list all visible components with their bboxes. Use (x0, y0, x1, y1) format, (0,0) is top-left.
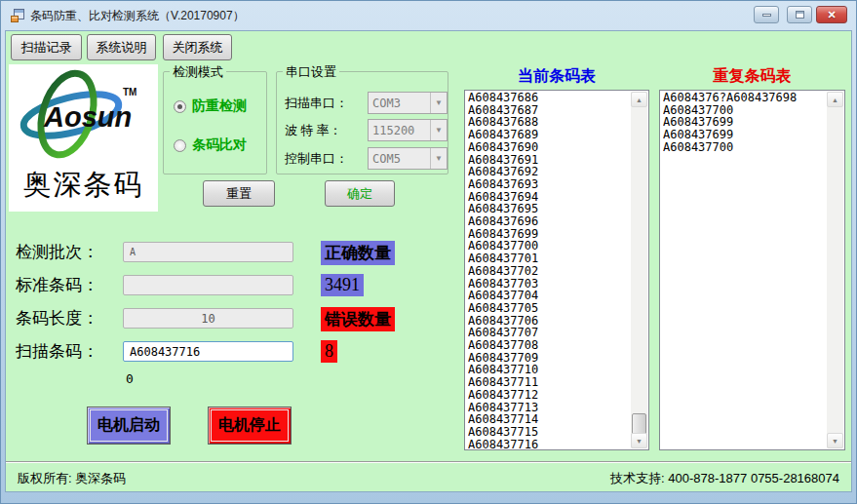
current-barcode-list-title: 当前条码表 (464, 66, 649, 87)
system-help-button[interactable]: 系统说明 (87, 34, 156, 60)
scan-records-button[interactable]: 扫描记录 (11, 34, 82, 60)
scan-barcode-row: 扫描条码： (16, 341, 123, 362)
window-title: 条码防重、比对检测系统（V.20170907） (30, 8, 245, 24)
minimize-icon (762, 14, 771, 17)
error-count-value: 8 (321, 340, 337, 363)
correct-count-value: 3491 (321, 274, 364, 296)
duplicate-barcode-list[interactable]: A6084376?A608437698A608437700A608437699A… (659, 90, 845, 450)
baud-rate-row: 波 特 率： (285, 119, 367, 141)
radio-anti-duplicate[interactable]: 防重检测 (174, 97, 247, 115)
chevron-down-icon[interactable]: ▼ (430, 93, 447, 113)
duplicate-barcode-items: A6084376?A608437698A608437700A608437699A… (663, 92, 826, 448)
serial-settings-group: 串口设置 扫描串口： COM3 ▼ 波 特 率： 115200 ▼ 控制串口： … (276, 71, 448, 174)
reset-button[interactable]: 重置 (203, 180, 275, 207)
barcode-list-item[interactable]: A608437689 (468, 129, 630, 141)
scroll-down-icon[interactable]: ▼ (631, 433, 647, 448)
barcode-list-item[interactable]: A608437711 (468, 376, 630, 389)
current-barcode-items: A608437686A608437687A608437688A608437689… (468, 92, 630, 448)
scan-counter: 0 (126, 371, 134, 386)
correct-count-label: 正确数量 (321, 241, 395, 265)
barcode-list-item[interactable]: A608437700 (663, 141, 826, 154)
motor-stop-button[interactable]: 电机停止 (208, 407, 292, 445)
current-list-scrollbar[interactable]: ▲ ▼ (631, 92, 647, 448)
app-icon (10, 8, 25, 23)
baud-rate-value: 115200 (369, 124, 430, 137)
barcode-list-item[interactable]: A608437696 (468, 215, 630, 228)
batch-row: 检测批次： (16, 242, 123, 262)
control-port-label: 控制串口： (285, 150, 367, 168)
barcode-list-item[interactable]: A608437702 (468, 265, 630, 278)
maximize-icon (796, 11, 804, 19)
app-window: 条码防重、比对检测系统（V.20170907） ✕ 扫描记录 系统说明 关闭系统 (0, 0, 857, 504)
batch-label: 检测批次： (16, 241, 123, 263)
minimize-button[interactable] (754, 6, 779, 23)
barcode-length-label: 条码长度： (16, 307, 123, 330)
barcode-list-item[interactable]: A608437693 (468, 178, 630, 191)
close-icon: ✕ (827, 9, 836, 21)
scan-port-row: 扫描串口： (285, 92, 367, 114)
radio-barcode-compare[interactable]: 条码比对 (174, 136, 247, 154)
close-system-button[interactable]: 关闭系统 (163, 34, 232, 60)
client-area: 扫描记录 系统说明 关闭系统 Aosun TM 奥深条码 (5, 30, 852, 492)
confirm-button[interactable]: 确定 (325, 180, 395, 207)
barcode-list-item[interactable]: A608437716 (468, 439, 630, 448)
baud-rate-label: 波 特 率： (285, 122, 367, 139)
maximize-button[interactable] (787, 6, 812, 23)
svg-text:TM: TM (123, 87, 136, 97)
barcode-list-item[interactable]: A608437715 (468, 426, 630, 439)
barcode-list-item[interactable]: A608437701 (468, 252, 630, 265)
control-port-value: COM5 (369, 152, 430, 166)
standard-barcode-label: 标准条码： (16, 274, 123, 296)
radio-icon (174, 139, 186, 152)
scroll-up-icon[interactable]: ▲ (827, 92, 843, 107)
barcode-list-item[interactable]: A608437686 (468, 92, 630, 104)
barcode-list-item[interactable]: A6084376?A608437698 (663, 92, 826, 104)
barcode-length-row: 条码长度： (16, 308, 123, 329)
barcode-list-item[interactable]: A608437690 (468, 141, 630, 154)
batch-input[interactable] (123, 242, 293, 262)
barcode-list-item[interactable]: A608437712 (468, 389, 630, 402)
serial-settings-title: 串口设置 (283, 63, 339, 81)
duplicate-list-scrollbar[interactable]: ▲ ▼ (827, 92, 843, 448)
copyright-text: 版权所有: 奥深条码 (18, 470, 126, 487)
support-text: 技术支持: 400-878-1877 0755-28168074 (610, 470, 839, 487)
standard-barcode-row: 标准条码： (16, 275, 123, 295)
barcode-list-item[interactable]: A608437699 (663, 129, 826, 141)
control-port-select[interactable]: COM5 ▼ (368, 147, 448, 170)
scan-barcode-label: 扫描条码： (16, 340, 123, 363)
motor-start-button[interactable]: 电机启动 (87, 407, 171, 445)
duplicate-barcode-list-title: 重复条码表 (659, 66, 845, 87)
status-bar: 版权所有: 奥深条码 技术支持: 400-878-1877 0755-28168… (6, 461, 851, 492)
detection-mode-title: 检测模式 (170, 63, 226, 81)
scroll-up-icon[interactable]: ▲ (631, 92, 647, 107)
current-barcode-list[interactable]: A608437686A608437687A608437688A608437689… (464, 90, 649, 450)
barcode-length-input[interactable] (123, 308, 293, 329)
svg-text:Aosun: Aosun (43, 101, 132, 133)
scan-barcode-input[interactable] (123, 341, 293, 362)
brand-logo: Aosun TM 奥深条码 (9, 64, 158, 212)
scan-port-label: 扫描串口： (285, 95, 367, 112)
title-bar[interactable]: 条码防重、比对检测系统（V.20170907） ✕ (1, 1, 856, 30)
scroll-down-icon[interactable]: ▼ (827, 433, 843, 448)
chevron-down-icon[interactable]: ▼ (430, 148, 447, 169)
barcode-list-item[interactable]: A608437708 (468, 339, 630, 352)
detection-mode-group: 检测模式 防重检测 条码比对 (163, 71, 267, 174)
close-button[interactable]: ✕ (816, 6, 847, 23)
brand-caption: 奥深条码 (9, 166, 158, 205)
standard-barcode-input[interactable] (123, 275, 293, 295)
scan-port-select[interactable]: COM3 ▼ (368, 92, 448, 114)
chevron-down-icon[interactable]: ▼ (430, 120, 447, 140)
radio-label: 防重检测 (192, 97, 247, 115)
radio-label: 条码比对 (192, 136, 247, 154)
control-port-row: 控制串口： (285, 147, 367, 170)
error-count-label: 错误数量 (321, 307, 395, 331)
aosun-swoosh-icon: Aosun TM (9, 64, 158, 165)
barcode-list-item[interactable]: A608437705 (468, 302, 630, 315)
scan-port-value: COM3 (369, 97, 430, 110)
baud-rate-select[interactable]: 115200 ▼ (368, 119, 448, 141)
radio-icon (174, 100, 186, 113)
